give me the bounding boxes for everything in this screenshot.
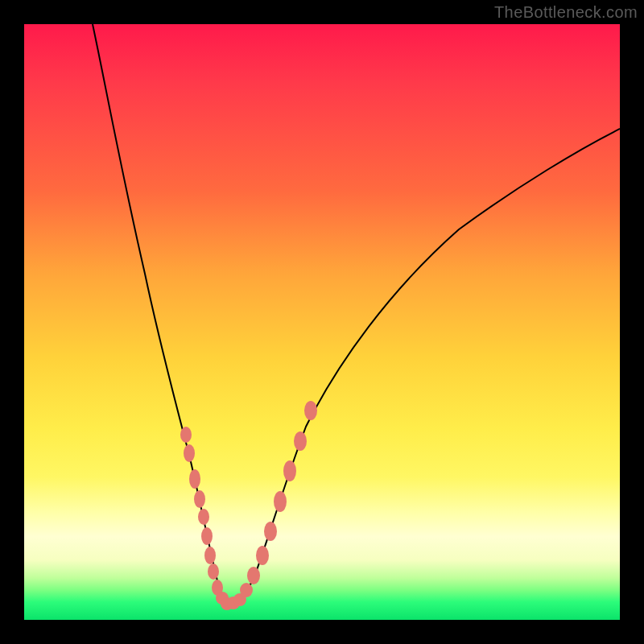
dot-icon bbox=[204, 547, 216, 564]
dot-icon bbox=[264, 522, 277, 541]
chart-overlay bbox=[24, 24, 620, 620]
dot-icon bbox=[208, 564, 219, 580]
dot-icon bbox=[304, 401, 317, 420]
dot-icon bbox=[194, 490, 205, 508]
watermark-label: TheBottleneck.com bbox=[494, 3, 638, 22]
dot-icon bbox=[256, 546, 269, 565]
dot-icon bbox=[294, 431, 307, 451]
plot-area bbox=[24, 24, 620, 620]
dot-icon bbox=[189, 469, 200, 489]
bottleneck-curve bbox=[93, 24, 620, 604]
dot-icon bbox=[240, 583, 253, 597]
outer-black-frame: TheBottleneck.com bbox=[0, 0, 644, 644]
dot-icon bbox=[184, 444, 195, 462]
dot-icon bbox=[274, 491, 287, 512]
dot-icon bbox=[247, 567, 260, 584]
dot-icon bbox=[201, 527, 213, 545]
left-branch-dots bbox=[180, 427, 233, 610]
dot-icon bbox=[283, 460, 296, 481]
dot-icon bbox=[198, 509, 209, 525]
dot-icon bbox=[180, 427, 192, 443]
